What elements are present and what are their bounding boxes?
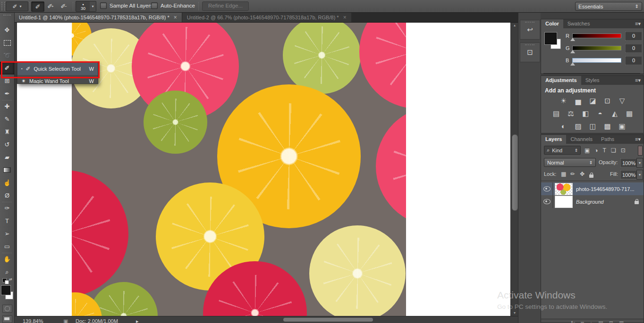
- brush-size-picker[interactable]: • 30: [76, 1, 91, 12]
- layer-name[interactable]: photo-1546548970-717...: [576, 186, 635, 192]
- close-icon[interactable]: ×: [343, 14, 347, 21]
- quick-selection-tool[interactable]: ✐: [0, 62, 14, 75]
- blue-slider[interactable]: [572, 58, 621, 63]
- subtract-from-selection-button[interactable]: ✐−: [58, 1, 70, 11]
- red-slider[interactable]: [572, 33, 621, 38]
- status-arrow-icon[interactable]: ▸: [136, 318, 139, 323]
- panel-menu-icon[interactable]: ≡▾: [632, 135, 644, 144]
- brush-size-caret[interactable]: ▾: [90, 1, 96, 12]
- horizontal-scrollbar-thumb[interactable]: [283, 318, 373, 322]
- layer-row-photo[interactable]: photo-1546548970-717...: [541, 182, 644, 195]
- curves-icon[interactable]: ◪: [589, 97, 597, 105]
- green-slider[interactable]: [572, 46, 621, 50]
- add-to-selection-button[interactable]: ✐+: [44, 1, 57, 11]
- hue-saturation-icon[interactable]: ▤: [552, 109, 560, 118]
- blue-slider-thumb[interactable]: [570, 62, 575, 66]
- tab-styles[interactable]: Styles: [581, 76, 604, 85]
- layer-thumbnail[interactable]: [555, 183, 572, 195]
- color-foreground-swatch[interactable]: [545, 33, 557, 44]
- refine-edge-button[interactable]: Refine Edge...: [202, 1, 249, 11]
- workspace-switcher[interactable]: Essentials ⇕: [575, 2, 642, 11]
- color-balance-icon[interactable]: ⚖: [567, 109, 575, 118]
- tool-preset-picker[interactable]: ✐ ▾: [6, 1, 28, 11]
- move-tool[interactable]: ✥: [0, 24, 14, 36]
- layer-thumbnail[interactable]: [555, 196, 572, 207]
- delete-layer-icon[interactable]: ▥: [619, 321, 624, 323]
- screen-mode-button[interactable]: [2, 315, 12, 323]
- lock-pixels-icon[interactable]: ✏: [570, 171, 575, 177]
- filter-adjustment-layers-icon[interactable]: ◑: [594, 147, 598, 154]
- new-layer-icon[interactable]: ⊞: [609, 321, 613, 323]
- lock-position-icon[interactable]: ✥: [580, 171, 585, 177]
- blue-value-field[interactable]: 0: [625, 56, 642, 65]
- threshold-icon[interactable]: ◫: [589, 122, 597, 131]
- scroll-up-icon[interactable]: ▴: [511, 23, 518, 27]
- spot-healing-brush-tool[interactable]: ✚: [0, 100, 14, 113]
- layer-visibility-toggle[interactable]: [541, 182, 553, 195]
- vertical-scrollbar[interactable]: ▴ ▾: [510, 22, 518, 316]
- brush-tool[interactable]: ✎: [0, 113, 14, 125]
- filter-smart-objects-icon[interactable]: ⊡: [621, 147, 626, 154]
- tab-swatches[interactable]: Swatches: [563, 19, 594, 28]
- adjustment-layer-icon[interactable]: ◑: [590, 321, 593, 323]
- auto-enhance-option[interactable]: Auto-Enhance: [151, 2, 195, 9]
- smudge-tool[interactable]: ☝: [0, 176, 14, 189]
- sample-all-layers-option[interactable]: Sample All Layers: [100, 2, 153, 9]
- layer-name[interactable]: Background: [576, 199, 604, 205]
- quick-mask-mode-button[interactable]: [2, 305, 12, 313]
- auto-enhance-checkbox[interactable]: [151, 2, 158, 9]
- menu-item-magic-wand-tool[interactable]: ✴ Magic Wand Tool W: [17, 75, 98, 84]
- layer-mask-icon[interactable]: ◘: [581, 321, 584, 323]
- levels-icon[interactable]: ▅: [574, 97, 583, 105]
- history-brush-tool[interactable]: ↺: [0, 138, 14, 151]
- filter-shape-layers-icon[interactable]: ❏: [611, 147, 616, 154]
- posterize-icon[interactable]: ▨: [574, 122, 583, 131]
- panel-menu-icon[interactable]: ≡▾: [632, 76, 644, 85]
- hand-tool[interactable]: ✋: [0, 253, 14, 265]
- green-slider-thumb[interactable]: [570, 50, 575, 53]
- fill-value-field[interactable]: 100%: [620, 170, 637, 179]
- filter-type-layers-icon[interactable]: T: [603, 147, 606, 154]
- vertical-scrollbar-thumb[interactable]: [512, 134, 518, 211]
- close-icon[interactable]: ×: [174, 14, 177, 21]
- gradient-tool[interactable]: [0, 164, 14, 176]
- zoom-tool[interactable]: ⌕: [0, 265, 14, 278]
- blend-mode-select[interactable]: Normal ⇕: [544, 158, 596, 167]
- link-layers-icon[interactable]: ∞: [562, 321, 566, 323]
- shape-tool[interactable]: ▭: [0, 240, 14, 253]
- channel-mixer-icon[interactable]: ◭: [610, 109, 619, 118]
- type-tool[interactable]: T: [0, 215, 14, 227]
- collapsed-history-panel[interactable]: ↩: [520, 20, 540, 40]
- document-tab-1[interactable]: Untitled-1 @ 140% (photo-1546548970-7178…: [14, 12, 182, 22]
- color-lookup-icon[interactable]: ▦: [625, 109, 634, 118]
- layer-filter-kind-select[interactable]: ⌕ Kind ⇕: [544, 146, 581, 155]
- collapsed-panel-2[interactable]: ⊡: [520, 42, 540, 62]
- invert-icon[interactable]: ◐: [559, 122, 568, 131]
- exposure-icon[interactable]: ⊡: [603, 97, 612, 105]
- scroll-down-icon[interactable]: ▾: [511, 311, 518, 315]
- photo-filter-icon[interactable]: ◓: [596, 109, 604, 118]
- foreground-color-swatch[interactable]: [1, 286, 10, 295]
- document-tab-2[interactable]: Untitled-2 @ 66.7% (photo-1546548970-717…: [182, 12, 351, 22]
- path-selection-tool[interactable]: ➢: [0, 227, 14, 240]
- fill-caret[interactable]: ▾: [636, 170, 643, 180]
- brightness-contrast-icon[interactable]: ☀: [559, 97, 568, 105]
- layer-visibility-toggle[interactable]: [541, 195, 553, 208]
- panel-menu-icon[interactable]: ≡▾: [632, 19, 644, 28]
- red-slider-thumb[interactable]: [570, 38, 575, 41]
- eyedropper-tool[interactable]: ✒: [0, 87, 14, 100]
- tab-channels[interactable]: Channels: [566, 135, 596, 144]
- rectangular-marquee-tool[interactable]: [0, 36, 14, 49]
- menu-item-quick-selection-tool[interactable]: ▪ ✐ Quick Selection Tool W: [17, 62, 98, 75]
- layer-group-icon[interactable]: ▤: [598, 321, 603, 323]
- black-swatch[interactable]: [635, 73, 640, 74]
- opacity-value-field[interactable]: 100%: [620, 158, 637, 167]
- lock-transparency-icon[interactable]: ▦: [561, 171, 566, 177]
- canvas-photo[interactable]: [72, 22, 406, 316]
- dodge-tool[interactable]: Ø: [0, 189, 14, 202]
- filter-pixel-layers-icon[interactable]: ▣: [585, 147, 590, 154]
- new-selection-button[interactable]: ✐: [31, 1, 44, 12]
- pen-tool[interactable]: ✑: [0, 202, 14, 215]
- layer-effects-icon[interactable]: fx: [571, 321, 575, 323]
- sample-all-layers-checkbox[interactable]: [100, 2, 107, 9]
